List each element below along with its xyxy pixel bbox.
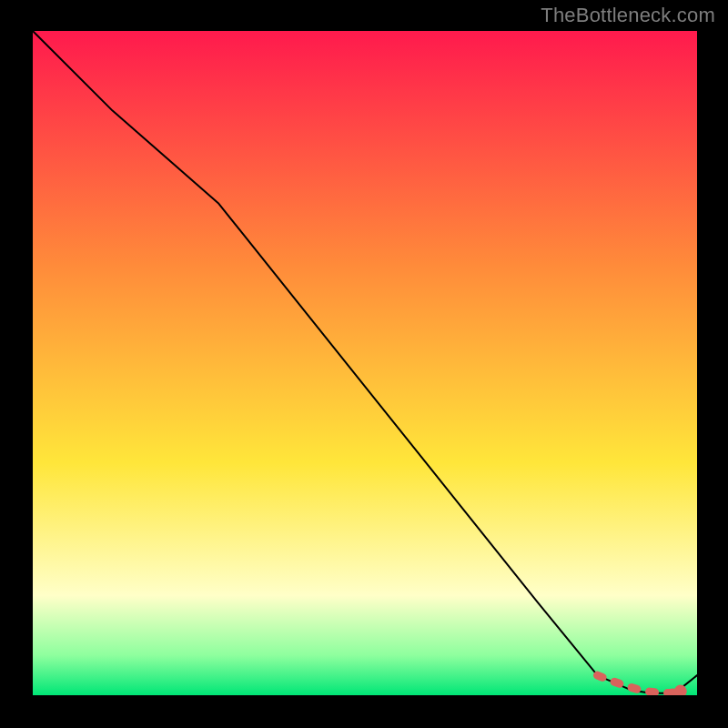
chart-svg bbox=[33, 31, 697, 695]
plot-area bbox=[33, 31, 697, 695]
gradient-bg bbox=[33, 31, 697, 695]
watermark-text: TheBottleneck.com bbox=[541, 4, 715, 27]
chart-frame: TheBottleneck.com bbox=[0, 0, 728, 728]
